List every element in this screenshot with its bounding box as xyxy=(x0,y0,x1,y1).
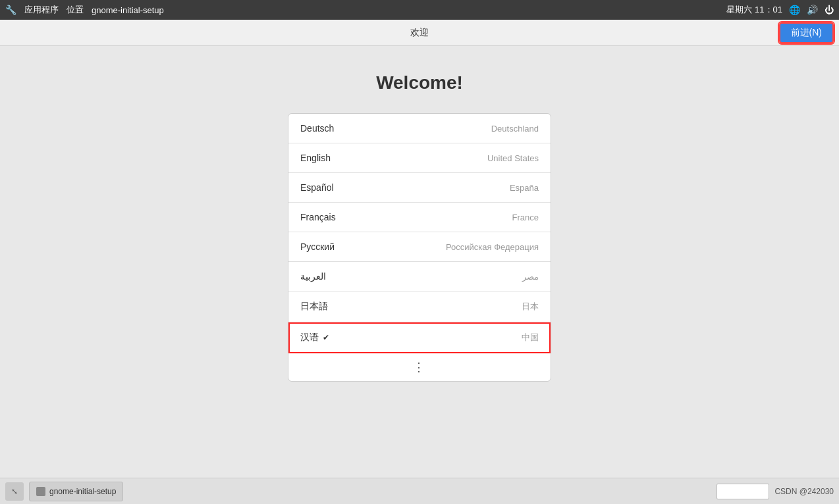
lang-region-francais: France xyxy=(512,213,539,222)
language-item-japanese[interactable]: 日本語 日本 xyxy=(288,291,551,322)
system-time: 星期六 11：01 xyxy=(726,4,782,16)
lang-name-espanol: Español xyxy=(300,182,334,193)
lang-name-japanese: 日本語 xyxy=(300,301,328,313)
language-item-russian[interactable]: Русский Российская Федерация xyxy=(288,232,551,262)
language-item-francais[interactable]: Français France xyxy=(288,203,551,232)
lang-region-chinese: 中国 xyxy=(522,332,539,343)
taskbar-right: CSDN @242030 xyxy=(717,484,834,499)
lang-name-english: English xyxy=(300,153,331,163)
taskbar-input[interactable] xyxy=(717,484,769,499)
volume-icon[interactable]: 🔊 xyxy=(807,5,818,15)
language-item-espanol[interactable]: Español España xyxy=(288,173,551,203)
window-title: 欢迎 xyxy=(410,27,429,39)
language-item-chinese[interactable]: 汉语 ✔ 中国 xyxy=(288,322,551,353)
language-item-arabic[interactable]: العربية مصر xyxy=(288,262,551,291)
system-bar-left: 🔧 应用程序 位置 gnome-initial-setup xyxy=(5,4,164,16)
expand-button[interactable]: ⤡ xyxy=(5,482,24,501)
lang-region-arabic: مصر xyxy=(522,272,539,282)
lang-region-espanol: España xyxy=(510,183,539,193)
language-item-deutsch[interactable]: Deutsch Deutschland xyxy=(288,114,551,143)
network-icon[interactable]: 🌐 xyxy=(789,5,800,15)
system-bar-right: 星期六 11：01 🌐 🔊 ⏻ xyxy=(726,4,834,16)
taskbar-app-label: gnome-initial-setup xyxy=(49,487,116,496)
menu-apps[interactable]: 应用程序 xyxy=(24,4,59,16)
system-bar: 🔧 应用程序 位置 gnome-initial-setup 星期六 11：01 … xyxy=(0,0,839,20)
lang-name-chinese: 汉语 ✔ xyxy=(300,332,329,343)
main-content: Welcome! Deutsch Deutschland English Uni… xyxy=(0,46,839,478)
power-icon[interactable]: ⏻ xyxy=(825,5,834,15)
lang-name-russian: Русский xyxy=(300,241,335,252)
language-list: Deutsch Deutschland English United State… xyxy=(288,113,551,382)
lang-region-russian: Российская Федерация xyxy=(446,242,539,252)
welcome-heading: Welcome! xyxy=(376,72,463,93)
taskbar-app-icon xyxy=(36,487,45,496)
taskbar: ⤡ gnome-initial-setup CSDN @242030 xyxy=(0,478,839,504)
title-bar: 欢迎 前进(N) xyxy=(0,20,839,46)
lang-region-japanese: 日本 xyxy=(522,301,539,313)
menu-app-name[interactable]: gnome-initial-setup xyxy=(92,5,164,15)
more-languages-button[interactable]: ⋮ xyxy=(288,353,551,381)
lang-region-english: United States xyxy=(487,153,539,163)
language-item-english[interactable]: English United States xyxy=(288,143,551,173)
taskbar-csdn-label: CSDN @242030 xyxy=(774,487,834,496)
next-button[interactable]: 前进(N) xyxy=(779,22,834,43)
selected-checkmark: ✔ xyxy=(323,333,329,342)
lang-name-arabic: العربية xyxy=(300,271,326,282)
menu-location[interactable]: 位置 xyxy=(67,4,84,16)
taskbar-app-item[interactable]: gnome-initial-setup xyxy=(29,482,123,501)
lang-name-deutsch: Deutsch xyxy=(300,123,334,134)
lang-region-deutsch: Deutschland xyxy=(491,124,539,134)
lang-name-francais: Français xyxy=(300,212,336,222)
system-logo: 🔧 xyxy=(5,5,16,15)
